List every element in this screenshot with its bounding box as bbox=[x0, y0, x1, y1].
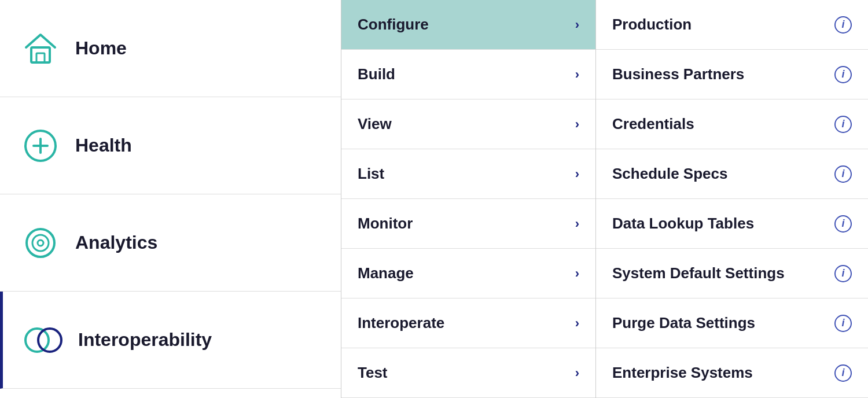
right-item-production[interactable]: Production i bbox=[596, 0, 868, 50]
middle-item-build[interactable]: Build › bbox=[341, 50, 595, 100]
business-partners-info-icon[interactable]: i bbox=[834, 66, 852, 83]
right-item-enterprise-systems[interactable]: Enterprise Systems i bbox=[596, 348, 868, 398]
system-default-settings-info-icon[interactable]: i bbox=[834, 265, 852, 282]
sidebar-item-interoperability-label: Interoperability bbox=[78, 329, 212, 351]
sidebar-item-health[interactable]: Health bbox=[0, 97, 341, 194]
home-icon bbox=[17, 25, 64, 72]
monitor-chevron: › bbox=[575, 216, 579, 231]
sidebar-item-analytics-label: Analytics bbox=[75, 232, 157, 253]
middle-item-manage[interactable]: Manage › bbox=[341, 249, 595, 298]
health-icon bbox=[17, 123, 64, 169]
interoperate-chevron: › bbox=[575, 316, 579, 331]
manage-label: Manage bbox=[358, 264, 414, 282]
credentials-label: Credentials bbox=[612, 115, 694, 133]
main-layout: Home Health Analytics bbox=[0, 0, 868, 398]
right-item-system-default-settings[interactable]: System Default Settings i bbox=[596, 249, 868, 298]
interop-icon bbox=[20, 317, 67, 363]
right-item-data-lookup-tables[interactable]: Data Lookup Tables i bbox=[596, 199, 868, 249]
production-label: Production bbox=[612, 16, 692, 34]
configure-chevron: › bbox=[575, 17, 579, 32]
svg-point-5 bbox=[27, 229, 54, 257]
enterprise-systems-label: Enterprise Systems bbox=[612, 364, 753, 382]
analytics-icon bbox=[17, 220, 64, 266]
schedule-specs-label: Schedule Specs bbox=[612, 165, 727, 183]
right-item-business-partners[interactable]: Business Partners i bbox=[596, 50, 868, 100]
sidebar-item-home[interactable]: Home bbox=[0, 0, 341, 97]
right-item-schedule-specs[interactable]: Schedule Specs i bbox=[596, 149, 868, 199]
svg-point-6 bbox=[32, 235, 49, 251]
build-chevron: › bbox=[575, 67, 579, 82]
svg-point-7 bbox=[38, 240, 43, 246]
system-default-settings-label: System Default Settings bbox=[612, 264, 785, 282]
sidebar: Home Health Analytics bbox=[0, 0, 341, 398]
sidebar-item-interoperability[interactable]: Interoperability bbox=[0, 292, 341, 389]
middle-item-view[interactable]: View › bbox=[341, 100, 595, 149]
sidebar-item-home-label: Home bbox=[75, 38, 127, 59]
middle-item-monitor[interactable]: Monitor › bbox=[341, 199, 595, 249]
middle-column: Configure › Build › View › List › Monito… bbox=[341, 0, 596, 398]
middle-item-configure[interactable]: Configure › bbox=[341, 0, 595, 50]
schedule-specs-info-icon[interactable]: i bbox=[834, 165, 852, 183]
data-lookup-tables-info-icon[interactable]: i bbox=[834, 215, 852, 233]
svg-rect-0 bbox=[31, 47, 50, 62]
data-lookup-tables-label: Data Lookup Tables bbox=[612, 215, 754, 233]
purge-data-settings-label: Purge Data Settings bbox=[612, 314, 755, 332]
right-item-credentials[interactable]: Credentials i bbox=[596, 100, 868, 149]
build-label: Build bbox=[358, 65, 395, 83]
business-partners-label: Business Partners bbox=[612, 65, 744, 83]
test-label: Test bbox=[358, 364, 388, 382]
credentials-info-icon[interactable]: i bbox=[834, 116, 852, 133]
svg-rect-1 bbox=[36, 53, 45, 62]
interoperate-label: Interoperate bbox=[358, 314, 444, 332]
middle-item-list[interactable]: List › bbox=[341, 149, 595, 199]
list-chevron: › bbox=[575, 167, 579, 182]
test-chevron: › bbox=[575, 366, 579, 381]
right-item-purge-data-settings[interactable]: Purge Data Settings i bbox=[596, 298, 868, 348]
sidebar-item-analytics[interactable]: Analytics bbox=[0, 194, 341, 292]
list-label: List bbox=[358, 165, 384, 183]
enterprise-systems-info-icon[interactable]: i bbox=[834, 364, 852, 382]
view-label: View bbox=[358, 115, 392, 133]
monitor-label: Monitor bbox=[358, 215, 413, 233]
production-info-icon[interactable]: i bbox=[834, 16, 852, 34]
middle-item-interoperate[interactable]: Interoperate › bbox=[341, 298, 595, 348]
purge-data-settings-info-icon[interactable]: i bbox=[834, 315, 852, 332]
right-column: Production i Business Partners i Credent… bbox=[596, 0, 868, 398]
middle-item-test[interactable]: Test › bbox=[341, 348, 595, 398]
sidebar-item-health-label: Health bbox=[75, 135, 132, 156]
configure-label: Configure bbox=[358, 16, 429, 34]
view-chevron: › bbox=[575, 117, 579, 132]
manage-chevron: › bbox=[575, 266, 579, 281]
